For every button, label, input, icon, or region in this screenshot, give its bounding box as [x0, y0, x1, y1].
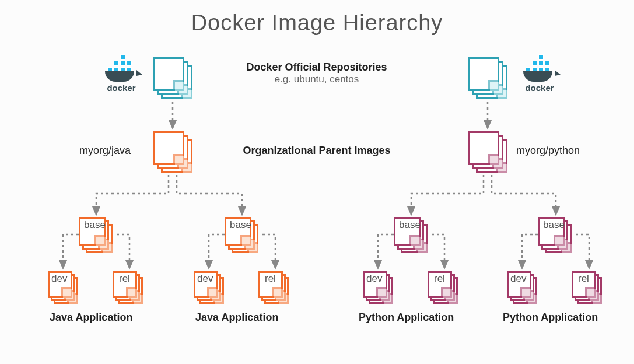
app-title: Java Application	[195, 312, 278, 324]
org-image-label-left: myorg/java	[79, 145, 131, 157]
base-label: base	[543, 219, 565, 231]
app-title: Python Application	[359, 312, 454, 324]
base-label: base	[230, 219, 251, 231]
docker-logo-icon: docker	[522, 58, 557, 93]
rel-label: rel	[119, 273, 130, 285]
docker-brand-text: docker	[522, 83, 557, 93]
rel-label: rel	[434, 273, 445, 285]
dev-label: dev	[197, 273, 213, 285]
org-parent-title: Organizational Parent Images	[215, 145, 419, 157]
app-title: Java Application	[50, 312, 132, 324]
dev-label: dev	[51, 273, 67, 285]
org-image-label-right: myorg/python	[516, 145, 580, 157]
rel-label: rel	[265, 273, 276, 285]
dev-label: dev	[510, 273, 526, 285]
base-label: base	[399, 219, 421, 231]
docker-logo-icon: docker	[104, 58, 139, 93]
official-repos-label: Docker Official Repositories e.g. ubuntu…	[232, 61, 401, 85]
base-label: base	[84, 219, 106, 231]
app-title: Python Application	[503, 312, 598, 324]
docker-brand-text: docker	[104, 83, 139, 93]
page-title: Docker Image Hierarchy	[0, 10, 634, 36]
dev-label: dev	[366, 273, 382, 285]
rel-label: rel	[578, 273, 589, 285]
official-repos-subtitle: e.g. ubuntu, centos	[232, 74, 401, 85]
official-repos-title: Docker Official Repositories	[232, 61, 401, 74]
